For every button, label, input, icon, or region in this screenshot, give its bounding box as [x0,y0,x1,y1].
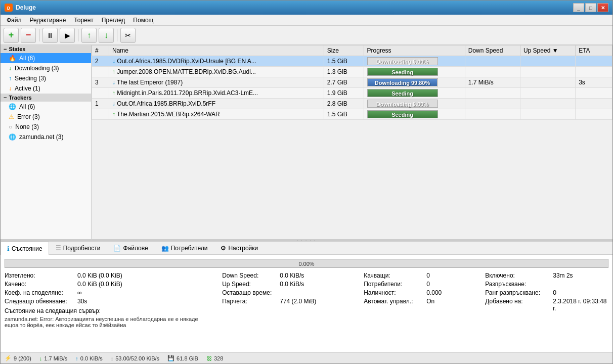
col-header-name[interactable]: Name [109,46,324,56]
move-down-button[interactable]: ↓ [99,28,114,43]
cell-progress: Seeding [364,109,465,120]
cell-eta [576,109,612,120]
peers-tab-label: Потребители [171,245,208,252]
sidebar-item-trackers-error[interactable]: ⚠ Error (3) [1,112,91,122]
main-window: D Deluge _ □ ✕ Файл Редактиране Торент П… [0,0,613,364]
down-speed-status: ↓ 1.7 MiB/s [39,355,67,361]
toolbar: + − ⏸ ▶ ↑ ↓ ✂ [1,26,612,45]
progress-bar: Seeding [367,68,438,76]
auto-manage-value: On [426,298,434,305]
minimize-button[interactable]: _ [573,3,584,12]
sidebar-item-all[interactable]: 🔥 All (6) [1,53,91,63]
col-header-num[interactable]: # [92,46,109,56]
col-header-down[interactable]: Down Speed [465,46,520,56]
states-header[interactable]: − States [1,45,91,53]
cell-name: ↑ Midnight.in.Paris.2011.720p.BRRip.Xvid… [109,88,324,99]
col-header-eta[interactable]: ETA [576,46,612,56]
cell-eta [576,67,612,77]
tracker-all-icon: 🌐 [9,103,16,110]
cell-eta: 3s [576,77,612,88]
details-tab-label: Подробности [63,245,101,252]
sidebar-item-zamunda[interactable]: 🌐 zamunda.net (3) [1,132,91,142]
menu-edit[interactable]: Редактиране [26,16,70,25]
files-tab-label: Файлове [123,245,148,252]
tab-files[interactable]: 📄 Файлове [107,242,154,254]
progress-bar: Downloading 0.00% [367,100,438,108]
cell-eta [576,99,612,109]
move-up-button[interactable]: ↑ [81,28,97,43]
settings-tab-label: Настройки [228,245,258,252]
availability-value: 0.000 [426,289,442,296]
sidebar-item-trackers-none[interactable]: ○ None (3) [1,122,91,132]
bottom-tabs: ℹ Състояние ☰ Подробности 📄 Файлове 👥 По… [1,242,612,255]
sidebar-item-active[interactable]: ↓ Active (1) [1,83,91,94]
menu-file[interactable]: Файл [3,16,26,25]
down-speed-icon: ↓ [39,355,42,361]
progress-text: Downloading 99.80% [368,79,437,87]
tab-status[interactable]: ℹ Състояние [1,242,49,255]
seed-icon: ↑ [9,75,12,82]
menu-torrent[interactable]: Торент [70,16,98,25]
torrent-icon: ↑ [112,111,115,118]
up-speed-icon: ↑ [75,355,78,361]
details-tab-icon: ☰ [56,245,61,252]
tab-details[interactable]: ☰ Подробности [49,242,107,254]
menu-view[interactable]: Преглед [98,16,129,25]
cell-progress: Seeding [364,88,465,99]
table-row[interactable]: 1 ↓ Out.Of.Africa.1985.BRRip.XviD.5rFF 2… [92,99,612,109]
cell-progress: Seeding [364,67,465,77]
cell-name: ↓ The last Emperor (1987) [109,77,324,88]
main-area: − States 🔥 All (6) ↓ Downloading (3) ↑ S… [1,45,612,239]
seed-rank-label: Ранг разпръскване: [485,289,551,296]
up-speed-status-value: 0.0 KiB/s [80,355,103,361]
pause-button[interactable]: ⏸ [42,28,58,43]
sidebar-seeding-label: Seeding (3) [15,75,46,82]
torrent-scroll-area[interactable]: # Name Size Progress Down Speed Up Speed… [92,45,612,239]
connections-icon: ⚡ [5,355,12,361]
sidebar-item-downloading[interactable]: ↓ Downloading (3) [1,63,91,73]
cell-down-speed: 1.7 MiB/s [465,77,520,88]
add-button[interactable]: + [4,28,19,43]
sidebar-item-seeding[interactable]: ↑ Seeding (3) [1,73,91,83]
status-tab-icon: ℹ [7,245,10,252]
sidebar-none-label: None (3) [15,123,39,130]
active-icon: ↓ [9,85,12,92]
tab-settings[interactable]: ⚙ Настройки [214,242,265,254]
resume-button[interactable]: ▶ [60,28,75,43]
server-status-value: zamunda.net: Error: Авторизацията неуспе… [5,316,198,328]
maximize-button[interactable]: □ [585,3,596,12]
peers-tab-icon: 👥 [161,245,169,252]
window-title: Deluge [16,4,573,11]
preferences-button[interactable]: ✂ [120,28,136,43]
settings-tab-icon: ⚙ [221,245,226,252]
cell-progress: Downloading 0.00% [364,56,465,67]
table-row[interactable]: 3 ↓ The last Emperor (1987) 2.7 GiB Down… [92,77,612,88]
menubar: Файл Редактиране Торент Преглед Помощ [1,15,612,26]
col-header-up[interactable]: Up Speed ▼ [520,46,575,56]
table-row[interactable]: ↑ Jumper.2008.OPEN.MATTE.BDRip.XviD.BG.A… [92,67,612,77]
col-header-progress[interactable]: Progress [364,46,465,56]
pieces-value: 774 (2.0 MiB) [280,298,316,305]
sidebar-item-trackers-all[interactable]: 🌐 All (6) [1,102,91,112]
peers-label: Потребители: [364,281,424,288]
cell-num: 2 [92,56,109,67]
table-row[interactable]: ↑ The.Martian.2015.WEBRip.x264-WAR 1.5 G… [92,109,612,120]
tab-peers[interactable]: 👥 Потребители [155,242,214,254]
table-row[interactable]: ↑ Midnight.in.Paris.2011.720p.BRRip.Xvid… [92,88,612,99]
torrent-icon: ↓ [112,100,115,107]
menu-help[interactable]: Помощ [129,16,157,25]
close-button[interactable]: ✕ [597,3,608,12]
sidebar-trackers-all-label: All (6) [19,103,35,110]
remove-button[interactable]: − [21,28,36,43]
availability-label: Наличност: [364,289,424,296]
active-time-value: 33m 2s [553,272,573,279]
progress-text: Seeding [368,111,437,119]
col-header-size[interactable]: Size [324,46,364,56]
remaining-label: Оставащо време: [222,289,278,296]
downloaded-label: Изтеглено: [5,272,75,279]
downloaded-value: 0.0 KiB (0.0 KiB) [77,272,122,279]
table-row[interactable]: 2 ↓ Out.of.Africa.1985.DVDRip.XviD-Ursul… [92,56,612,67]
bottom-content: 0.00% Изтеглено: 0.0 KiB (0.0 KiB) Качен… [1,255,612,352]
torrent-table: # Name Size Progress Down Speed Up Speed… [92,45,612,120]
trackers-header[interactable]: − Trackers [1,94,91,102]
